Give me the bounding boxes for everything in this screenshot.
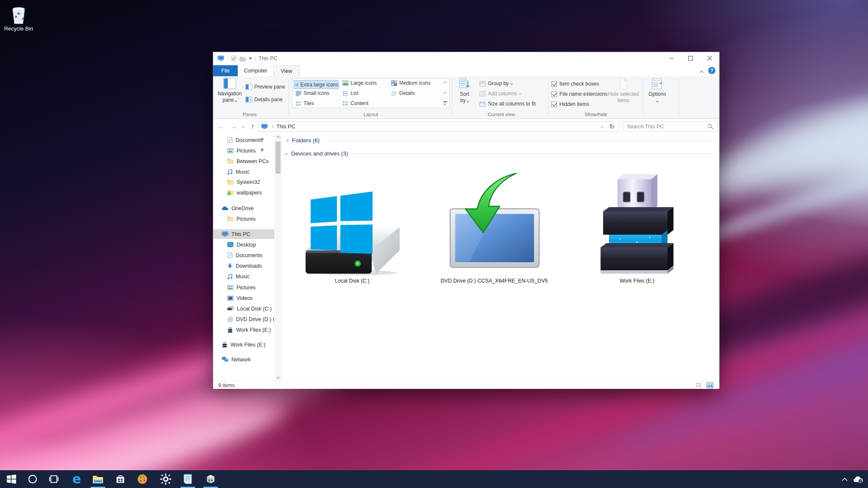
hide-selected-items-icon xyxy=(618,78,629,90)
collapse-chevron-icon[interactable] xyxy=(286,139,289,142)
refresh-icon[interactable]: ↻ xyxy=(609,123,615,130)
tab-view[interactable]: View xyxy=(273,65,300,76)
task-view-button[interactable] xyxy=(48,474,59,485)
add-columns-button[interactable]: Add columns xyxy=(479,91,521,97)
ribbon-collapse-icon[interactable] xyxy=(700,68,703,76)
minimize-button[interactable] xyxy=(662,52,681,64)
layout-small-icons[interactable]: Small icons xyxy=(294,90,329,96)
group-by-button[interactable]: Group by xyxy=(479,80,512,86)
scroll-up-icon[interactable] xyxy=(274,134,282,141)
sidebar-item[interactable]: Downloads xyxy=(213,261,274,271)
layout-large-icons[interactable]: Large icons xyxy=(342,80,377,86)
tray-onedrive-icon[interactable] xyxy=(853,474,864,485)
details-view-toggle-icon[interactable] xyxy=(696,383,702,388)
navigation-pane-button[interactable]: Navigationpane xyxy=(216,78,244,103)
3d-builder-button[interactable] xyxy=(205,474,216,485)
thumbnail-view-toggle-icon[interactable] xyxy=(707,383,713,388)
search-box[interactable]: Search This PC xyxy=(623,121,718,132)
expand-chevron-icon[interactable] xyxy=(285,152,288,155)
properties-qat-icon[interactable] xyxy=(231,55,236,61)
sidebar-item[interactable]: Work Files (E:) xyxy=(213,340,274,349)
store-button[interactable] xyxy=(115,474,126,485)
address-box[interactable]: This PC ↻ xyxy=(258,121,619,132)
sidebar-item[interactable]: Pictures xyxy=(213,283,274,292)
sort-by-button[interactable]: Sortby xyxy=(455,78,474,104)
edge-button[interactable]: e xyxy=(71,474,82,485)
recycle-bin-label: Recycle Bin xyxy=(0,25,37,32)
tab-file[interactable]: File xyxy=(213,65,238,76)
details-pane-button[interactable]: Details pane xyxy=(245,97,283,103)
sidebar-item[interactable]: Work Files (E:) xyxy=(213,325,274,335)
file-name-extensions-checkbox[interactable]: File name extensions xyxy=(551,91,607,97)
maximize-button[interactable] xyxy=(681,52,700,64)
paint-button[interactable] xyxy=(137,474,148,485)
tray-show-hidden-icons[interactable] xyxy=(839,474,850,485)
sidebar-item[interactable]: Documents xyxy=(213,250,274,260)
item-check-boxes-checkbox[interactable]: Item check boxes xyxy=(551,81,599,87)
sidebar-item[interactable]: This PC xyxy=(213,229,274,239)
gallery-up-icon[interactable] xyxy=(443,81,446,84)
sidebar-item[interactable]: Desktop xyxy=(213,240,274,250)
settings-button[interactable] xyxy=(160,474,171,485)
pin-icon xyxy=(260,137,264,143)
forward-button[interactable]: → xyxy=(228,119,239,134)
folder-check-icon xyxy=(227,190,234,195)
sidebar-item[interactable]: Local Disk (C:) xyxy=(213,304,274,313)
sidebar-item[interactable]: DVD Drive (D:) C xyxy=(213,314,274,324)
sidebar-item[interactable]: Between PCs xyxy=(213,156,274,166)
sidebar-item[interactable]: Videos xyxy=(213,293,274,303)
layout-item-label: List xyxy=(351,90,359,96)
sidebar-item[interactable]: Documents xyxy=(213,135,274,145)
options-button[interactable]: Options xyxy=(645,78,669,104)
preview-pane-button[interactable]: Preview pane xyxy=(245,84,285,90)
layout-medium-icons[interactable]: Medium icons xyxy=(391,80,431,86)
sidebar-item[interactable]: OneDrive xyxy=(213,203,274,213)
scrollbar-thumb[interactable] xyxy=(275,141,281,174)
gallery-down-icon[interactable] xyxy=(443,91,446,94)
sidebar-item[interactable]: Music xyxy=(213,167,274,177)
help-icon[interactable]: ? xyxy=(708,67,715,74)
qat-customize-icon[interactable] xyxy=(249,58,252,59)
start-button[interactable] xyxy=(6,474,17,485)
onedrive-icon xyxy=(222,206,228,211)
scroll-down-icon[interactable] xyxy=(274,374,282,381)
layout-content[interactable]: Content xyxy=(342,100,368,106)
new-folder-qat-icon[interactable] xyxy=(239,56,246,61)
notepad-button[interactable] xyxy=(182,474,193,485)
recycle-bin[interactable]: Recycle Bin xyxy=(0,0,37,36)
gallery-more-icon[interactable] xyxy=(443,102,446,105)
drive-local-disk[interactable]: Local Disk (C:) xyxy=(293,170,412,284)
hidden-items-checkbox[interactable]: Hidden items xyxy=(551,101,589,107)
close-button[interactable] xyxy=(700,52,719,64)
sidebar-item[interactable]: Pictures xyxy=(213,214,274,224)
layout-tiles[interactable]: Tiles xyxy=(294,100,314,106)
sidebar-item[interactable]: Music xyxy=(213,272,274,281)
layout-gallery-scrollbar[interactable] xyxy=(442,80,448,106)
layout-item-label: Small icons xyxy=(303,90,329,96)
sidebar-item[interactable]: wallpapers xyxy=(213,188,274,197)
layout-details[interactable]: Details xyxy=(391,90,415,96)
sort-by-label: Sort xyxy=(460,91,469,97)
search-button[interactable] xyxy=(27,474,38,485)
network-icon xyxy=(222,357,228,362)
group-header-devices[interactable]: Devices and drives (3) xyxy=(285,150,714,157)
size-columns-button[interactable]: Size all columns to fit xyxy=(479,101,536,107)
sidebar-item-label: Pictures xyxy=(236,285,256,291)
search-icon[interactable] xyxy=(708,124,714,130)
sidebar-scrollbar[interactable] xyxy=(274,134,282,381)
up-button[interactable]: ↑ xyxy=(247,119,258,134)
group-header-folders[interactable]: Folders (6) xyxy=(286,137,714,144)
file-explorer-button[interactable] xyxy=(92,474,103,485)
recent-locations-icon[interactable] xyxy=(239,119,246,134)
hide-selected-items-button[interactable]: Hide selecteditems xyxy=(606,78,640,104)
sidebar-item[interactable]: Network xyxy=(213,355,274,364)
sidebar-item[interactable]: System32 xyxy=(213,177,274,187)
address-dropdown-icon[interactable] xyxy=(601,125,604,128)
sidebar-item[interactable]: Pictures xyxy=(213,146,274,155)
layout-extra-large-icons[interactable]: Extra large icons xyxy=(294,80,339,89)
drive-dvd[interactable]: DVD Drive (D:) CCSA_X64FRE_EN-US_DV5 xyxy=(435,170,554,284)
back-button[interactable]: ← xyxy=(216,119,227,134)
drive-usb[interactable]: Work Files (E:) xyxy=(578,170,696,284)
layout-list[interactable]: List xyxy=(342,90,359,96)
tab-computer[interactable]: Computer xyxy=(238,65,273,76)
